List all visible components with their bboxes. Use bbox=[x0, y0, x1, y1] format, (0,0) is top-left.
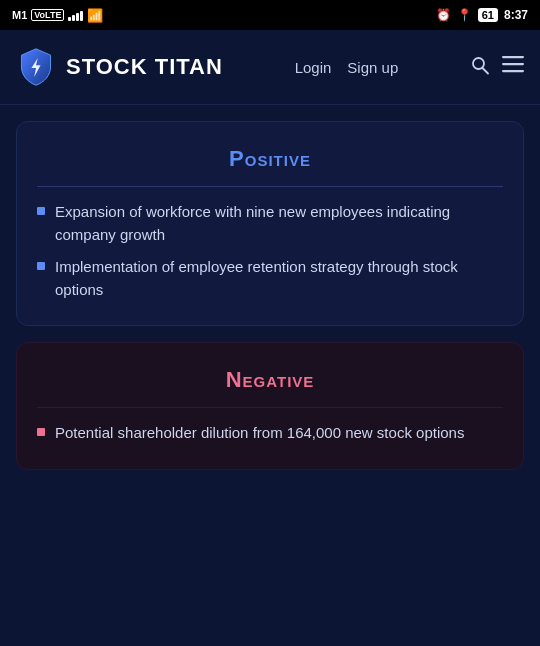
positive-item-1: Expansion of workforce with nine new emp… bbox=[55, 201, 503, 246]
list-item: Expansion of workforce with nine new emp… bbox=[37, 201, 503, 246]
positive-card: Positive Expansion of workforce with nin… bbox=[16, 121, 524, 326]
alarm-icon: ⏰ bbox=[436, 8, 451, 22]
list-item: Implementation of employee retention str… bbox=[37, 256, 503, 301]
nav-icons bbox=[470, 55, 524, 80]
system-icons: ⏰ 📍 61 8:37 bbox=[436, 8, 528, 22]
bullet-icon bbox=[37, 207, 45, 215]
brand-name: STOCK TITAN bbox=[66, 54, 223, 80]
brand-logo-icon bbox=[16, 47, 56, 87]
positive-card-title: Positive bbox=[37, 146, 503, 187]
status-bar: M1 VoLTE 📶 ⏰ 📍 61 8:37 bbox=[0, 0, 540, 30]
menu-icon[interactable] bbox=[502, 56, 524, 79]
location-icon: 📍 bbox=[457, 8, 472, 22]
negative-item-1: Potential shareholder dilution from 164,… bbox=[55, 422, 464, 445]
search-icon[interactable] bbox=[470, 55, 490, 80]
navbar: STOCK TITAN Login Sign up bbox=[0, 30, 540, 105]
battery-level: 61 bbox=[478, 8, 498, 22]
negative-card-title: Negative bbox=[37, 367, 503, 408]
svg-line-1 bbox=[483, 68, 489, 74]
negative-list: Potential shareholder dilution from 164,… bbox=[37, 422, 503, 445]
svg-rect-4 bbox=[502, 70, 524, 72]
brand[interactable]: STOCK TITAN bbox=[16, 47, 223, 87]
bullet-icon bbox=[37, 262, 45, 270]
svg-rect-2 bbox=[502, 56, 524, 58]
list-item: Potential shareholder dilution from 164,… bbox=[37, 422, 503, 445]
nav-links: Login Sign up bbox=[295, 59, 399, 76]
bullet-icon bbox=[37, 428, 45, 436]
signal-icon bbox=[68, 9, 83, 21]
negative-card: Negative Potential shareholder dilution … bbox=[16, 342, 524, 470]
svg-rect-3 bbox=[502, 63, 524, 65]
volte-badge: VoLTE bbox=[31, 9, 64, 21]
time-display: 8:37 bbox=[504, 8, 528, 22]
main-content: Positive Expansion of workforce with nin… bbox=[0, 105, 540, 646]
positive-list: Expansion of workforce with nine new emp… bbox=[37, 201, 503, 301]
carrier-info: M1 VoLTE 📶 bbox=[12, 8, 103, 23]
positive-item-2: Implementation of employee retention str… bbox=[55, 256, 503, 301]
wifi-icon: 📶 bbox=[87, 8, 103, 23]
carrier-name: M1 bbox=[12, 9, 27, 21]
login-link[interactable]: Login bbox=[295, 59, 332, 76]
signup-link[interactable]: Sign up bbox=[347, 59, 398, 76]
